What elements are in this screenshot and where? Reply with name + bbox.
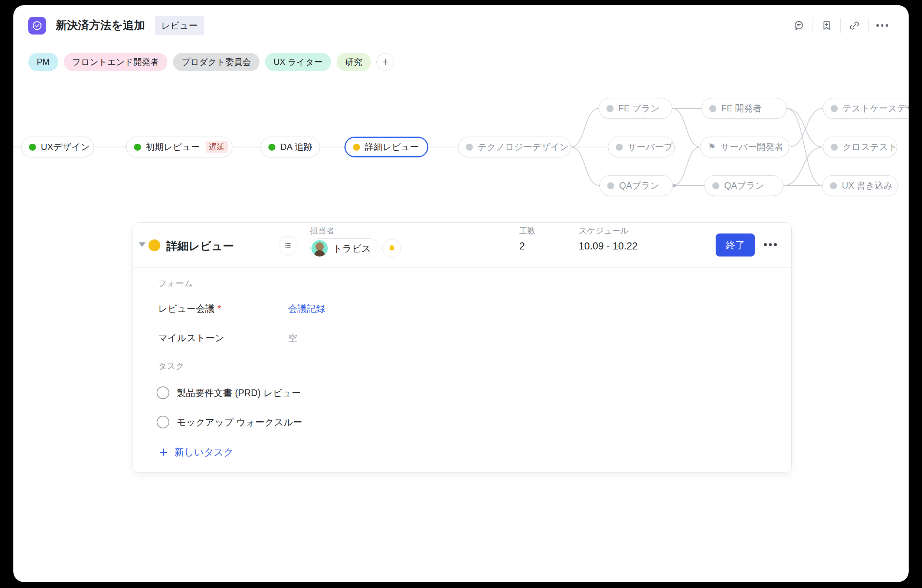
tags-row: PMフロントエンド開発者プロダクト委員会UX ライター研究	[28, 53, 394, 71]
toolbar-divider	[868, 18, 868, 33]
status-dot	[466, 144, 473, 151]
flow-node-label: 詳細レビュー	[365, 141, 419, 153]
flow-node-label: クロステスト	[843, 141, 897, 153]
title-bar: 新決済方法を追加 レビュー	[13, 5, 909, 46]
flow-node-tech[interactable]: テクノロジーデザイン	[458, 137, 571, 157]
assignee-chip[interactable]: トラビス	[309, 238, 379, 258]
card-more-icon[interactable]	[764, 243, 777, 246]
flow-node-uxwrite[interactable]: UX 書き込み	[822, 175, 898, 196]
flow-node-label: QAプラン	[619, 180, 659, 191]
app-window: UXデザイン初期レビュー遅延DA 追跡詳細レビューテクノロジーデザインFE プラ…	[13, 5, 909, 582]
flow-node-ux[interactable]: UXデザイン	[21, 137, 94, 157]
finish-button[interactable]: 終了	[716, 234, 755, 256]
assignee-group: トラビス	[309, 238, 401, 258]
flow-node-label: テクノロジーデザイン	[478, 141, 569, 153]
assignee-label: 担当者	[310, 225, 334, 237]
flow-node-label: DA 追跡	[280, 141, 312, 153]
delay-badge: 遅延	[206, 141, 228, 153]
flow-node-label: FE プラン	[618, 103, 660, 114]
tag-chip[interactable]: フロントエンド開発者	[64, 53, 168, 71]
task-checkbox[interactable]	[157, 416, 169, 428]
card-title: 詳細レビュー	[166, 239, 234, 254]
flow-node-svplan[interactable]: サーバープラ	[608, 137, 675, 157]
flow-node-label: サーバープラ	[628, 141, 675, 153]
flow-node-fedev[interactable]: FE 開発者	[701, 98, 787, 119]
status-dot	[134, 144, 141, 151]
flow-node-svdev[interactable]: ⚑サーバー開発者	[700, 137, 789, 157]
flow-node-feplan[interactable]: FE プラン	[599, 98, 672, 119]
flow-node-label: 初期レビュー	[146, 141, 200, 153]
flow-node-detail[interactable]: 詳細レビュー	[345, 137, 428, 157]
task-checkbox[interactable]	[157, 386, 169, 399]
schedule-value: 10.09 - 10.22	[579, 240, 638, 252]
status-dot	[709, 105, 716, 112]
status-dot	[831, 105, 838, 112]
check-circle-icon	[31, 20, 43, 31]
add-task-button[interactable]: 新しいタスク	[159, 446, 234, 459]
status-dot	[29, 144, 36, 151]
assignee-name: トラビス	[333, 242, 371, 255]
status-dot	[607, 182, 614, 189]
tag-chip[interactable]: 研究	[337, 53, 371, 71]
flow-node-testcase[interactable]: テストケースデザ	[823, 98, 909, 119]
flow-node-qaplan2[interactable]: QAプラン	[705, 175, 783, 196]
effort-value: 2	[519, 240, 525, 252]
flow-node-init[interactable]: 初期レビュー遅延	[126, 137, 232, 157]
field-label: レビュー会議*	[158, 302, 221, 315]
bell-icon	[387, 243, 397, 253]
notify-button[interactable]	[382, 239, 401, 258]
add-tag-button[interactable]	[376, 53, 394, 71]
plus-icon	[159, 448, 168, 457]
node-detail-card: 詳細レビュー 担当者 トラビス	[132, 222, 792, 472]
status-dot	[606, 105, 613, 112]
comment-icon[interactable]	[789, 17, 809, 34]
schedule-label: スケジュール	[579, 225, 629, 237]
card-header: 詳細レビュー 担当者 トラビス	[133, 223, 791, 268]
status-dot	[712, 182, 719, 189]
flow-node-da[interactable]: DA 追跡	[261, 137, 320, 157]
flow-node-label: テストケースデザ	[843, 103, 909, 114]
flow-node-cross[interactable]: クロステスト	[823, 137, 897, 157]
toolbar-divider	[840, 18, 841, 33]
field-value-link[interactable]: 会議記録	[288, 302, 325, 315]
field-value-empty[interactable]: 空	[288, 332, 297, 344]
task-label: 製品要件文書 (PRD) レビュー	[177, 387, 301, 399]
add-task-label: 新しいタスク	[175, 446, 234, 459]
tag-chip[interactable]: UX ライター	[265, 53, 331, 71]
milestone-flag-icon: ⚑	[708, 142, 716, 152]
toolbar-divider	[812, 18, 813, 33]
page-title: 新決済方法を追加	[56, 18, 145, 33]
link-icon[interactable]	[844, 17, 865, 34]
subtask-list-button[interactable]	[279, 236, 297, 255]
task-row: 製品要件文書 (PRD) レビュー	[157, 386, 301, 399]
list-icon	[283, 240, 293, 250]
status-dot	[616, 144, 623, 151]
tag-chip[interactable]: プロダクト委員会	[173, 53, 260, 71]
flow-node-label: サーバー開発者	[721, 141, 783, 153]
status-dot	[268, 144, 275, 151]
plus-icon	[381, 58, 389, 66]
more-icon[interactable]	[872, 17, 892, 34]
field-label: マイルストーン	[158, 332, 224, 344]
flow-node-label: UX 書き込み	[842, 180, 893, 191]
flow-node-qaplan1[interactable]: QAプラン	[600, 175, 673, 196]
tasks-section-label: タスク	[158, 361, 185, 372]
task-label: モックアップ ウォークスルー	[177, 416, 302, 428]
flow-node-label: UXデザイン	[41, 141, 90, 153]
status-dot	[830, 182, 837, 189]
bookmark-add-icon[interactable]	[817, 17, 837, 34]
toolbar	[789, 17, 892, 34]
task-app-icon	[28, 17, 46, 34]
collapse-arrow-icon[interactable]	[139, 242, 145, 247]
current-status-dot	[149, 239, 160, 251]
status-dot	[353, 144, 360, 151]
status-dot	[831, 144, 838, 151]
effort-label: 工数	[519, 225, 536, 237]
status-badge: レビュー	[155, 16, 204, 35]
form-section-label: フォーム	[158, 278, 193, 289]
avatar	[311, 240, 328, 256]
flow-node-label: QAプラン	[724, 180, 764, 191]
tag-chip[interactable]: PM	[28, 53, 58, 71]
flow-node-label: FE 開発者	[721, 103, 762, 114]
task-row: モックアップ ウォークスルー	[157, 416, 302, 428]
